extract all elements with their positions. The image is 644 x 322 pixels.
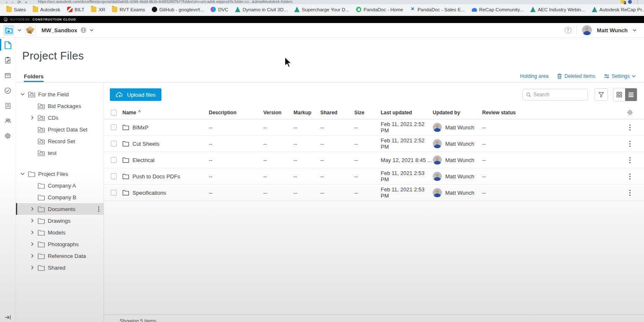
- browser-menu-icon[interactable]: ⋮: [635, 0, 640, 4]
- tree-item-company-a[interactable]: Company A: [16, 180, 104, 191]
- column-description[interactable]: Description: [209, 110, 263, 116]
- column-settings-button[interactable]: [622, 109, 637, 116]
- tree-item-documents[interactable]: Documents: [16, 203, 104, 215]
- project-thumbnail[interactable]: [25, 25, 36, 36]
- folder-name-cell[interactable]: Cut Sheets: [122, 141, 209, 147]
- rail-item-reports[interactable]: [0, 98, 16, 113]
- bookmark-item[interactable]: PandaDoc - Home: [353, 6, 406, 13]
- bookmark-item[interactable]: Sales: [3, 6, 29, 13]
- table-row[interactable]: Push to Docs PDFs -- -- -- -- -- Feb 11,…: [104, 168, 644, 185]
- tree-item-test[interactable]: test: [16, 147, 104, 159]
- column-review-status[interactable]: Review status: [482, 110, 622, 116]
- browser-profile-avatar[interactable]: [628, 0, 632, 4]
- extension-icon[interactable]: 2: [621, 0, 625, 3]
- row-checkbox[interactable]: [111, 124, 117, 130]
- tree-item-bid-packages[interactable]: Bid Packages: [16, 100, 104, 112]
- folder-name-cell[interactable]: Specifications: [122, 190, 209, 196]
- bookmark-item[interactable]: Supercharge Your D...: [291, 6, 352, 13]
- forward-icon[interactable]: ›: [12, 0, 13, 4]
- folder-name-cell[interactable]: Electrical: [122, 157, 209, 163]
- tree-item-photographs[interactable]: Photographs: [16, 238, 104, 250]
- row-menu-icon[interactable]: [622, 124, 637, 131]
- bookmark-item[interactable]: ReCap Community...: [469, 6, 527, 13]
- docs-module-button[interactable]: [3, 25, 14, 36]
- module-caret-icon[interactable]: [18, 29, 21, 31]
- list-view-button[interactable]: [625, 88, 637, 101]
- chevron-down-icon[interactable]: [20, 171, 25, 176]
- tree-item-company-b[interactable]: Company B: [16, 191, 104, 203]
- search-input[interactable]: [533, 92, 584, 98]
- rail-item-issues[interactable]: [0, 53, 16, 68]
- back-icon[interactable]: ‹: [6, 0, 8, 4]
- url-text[interactable]: https://acc.autodesk.com/docs/files/proj…: [38, 0, 292, 4]
- bookmark-item[interactable]: Dynamo in Civil 3D...: [232, 6, 290, 13]
- bookmark-item[interactable]: XR: [88, 6, 108, 13]
- row-checkbox[interactable]: [111, 173, 117, 179]
- upload-files-button[interactable]: Upload files: [110, 88, 161, 101]
- column-size[interactable]: Size: [354, 110, 381, 116]
- column-last-updated[interactable]: Last updated: [381, 110, 433, 116]
- tree-item-cds[interactable]: CDs: [16, 112, 104, 124]
- help-button[interactable]: ?: [565, 27, 571, 33]
- holding-area-link[interactable]: Holding area: [520, 73, 548, 79]
- user-avatar[interactable]: [582, 25, 592, 35]
- chevron-right-icon[interactable]: [30, 265, 35, 270]
- column-shared[interactable]: Shared: [320, 110, 354, 116]
- chevron-down-icon[interactable]: [20, 92, 25, 97]
- rail-item-settings[interactable]: [0, 128, 16, 143]
- bookmark-item[interactable]: DVC: [208, 6, 231, 13]
- expand-panel-button[interactable]: [0, 314, 16, 320]
- user-name[interactable]: Matt Wunch: [597, 27, 628, 33]
- table-row[interactable]: Electrical -- -- -- -- -- May 12, 2021 8…: [104, 152, 644, 168]
- row-menu-icon[interactable]: [622, 173, 637, 180]
- rail-item-transmittals[interactable]: [0, 68, 16, 83]
- tree-item-drawings[interactable]: Drawings: [16, 215, 104, 227]
- tree-section-project-files[interactable]: Project Files: [16, 168, 104, 180]
- rail-item-members[interactable]: [0, 113, 16, 128]
- grid-view-button[interactable]: [613, 88, 625, 101]
- tree-item-shared[interactable]: Shared: [16, 262, 104, 273]
- project-caret-icon[interactable]: [90, 29, 93, 31]
- tree-item-models[interactable]: Models: [16, 227, 104, 238]
- bookmark-item[interactable]: PandaDoc - Sales E...: [407, 6, 468, 13]
- table-row[interactable]: Specifications -- -- -- -- -- Feb 11, 20…: [104, 185, 644, 201]
- filter-button[interactable]: [595, 88, 608, 101]
- folder-name-cell[interactable]: BIMxP: [122, 124, 209, 131]
- bookmark-item[interactable]: Autodesk: [30, 6, 63, 13]
- column-markup[interactable]: Markup: [293, 110, 320, 116]
- tree-item-project-data-set[interactable]: Project Data Set: [16, 124, 104, 135]
- chevron-right-icon[interactable]: [30, 242, 35, 247]
- bookmark-item[interactable]: BILT: [64, 6, 87, 13]
- table-row[interactable]: Cut Sheets -- -- -- -- -- Feb 11, 2021 2…: [104, 136, 644, 152]
- bookmark-item[interactable]: Autodesk ReCap Pr...: [589, 6, 644, 13]
- row-menu-icon[interactable]: [622, 141, 637, 147]
- chevron-right-icon[interactable]: [30, 206, 35, 211]
- column-updated-by[interactable]: Updated by: [433, 110, 482, 116]
- chevron-right-icon[interactable]: [30, 218, 35, 223]
- row-checkbox[interactable]: [111, 141, 117, 147]
- column-name[interactable]: Name^: [122, 110, 209, 116]
- row-menu-icon[interactable]: [622, 157, 637, 163]
- table-row[interactable]: BIMxP -- -- -- -- -- Feb 11, 2021 2:52 P…: [104, 119, 644, 136]
- deleted-items-link[interactable]: Deleted items: [557, 73, 595, 79]
- row-menu-icon[interactable]: [622, 190, 637, 196]
- rail-item-reviews[interactable]: [0, 83, 16, 98]
- project-name[interactable]: MW_Sandbox: [42, 27, 77, 33]
- tree-item-reference-data[interactable]: Reference Data: [16, 250, 104, 262]
- user-menu-caret-icon[interactable]: [633, 29, 636, 31]
- chevron-right-icon[interactable]: [30, 115, 35, 120]
- chevron-right-icon[interactable]: [30, 253, 35, 258]
- folder-name-cell[interactable]: Push to Docs PDFs: [122, 173, 209, 180]
- tree-section-for-the-field[interactable]: For the Field: [16, 88, 104, 100]
- bookmark-item[interactable]: AEC Industry Webin...: [527, 6, 588, 13]
- settings-link[interactable]: Settings: [604, 73, 636, 79]
- tree-item-record-set[interactable]: Record Set: [16, 135, 104, 147]
- tree-item-menu-icon[interactable]: [98, 206, 99, 212]
- select-all-checkbox[interactable]: [111, 110, 117, 116]
- rail-item-files[interactable]: [0, 38, 16, 53]
- tab-folders[interactable]: Folders: [24, 70, 44, 82]
- bookmark-item[interactable]: RVT Exams: [109, 6, 148, 13]
- column-version[interactable]: Version: [263, 110, 293, 116]
- bookmark-item[interactable]: GitHub - googlevr/t...: [149, 6, 207, 13]
- chevron-right-icon[interactable]: [30, 230, 35, 235]
